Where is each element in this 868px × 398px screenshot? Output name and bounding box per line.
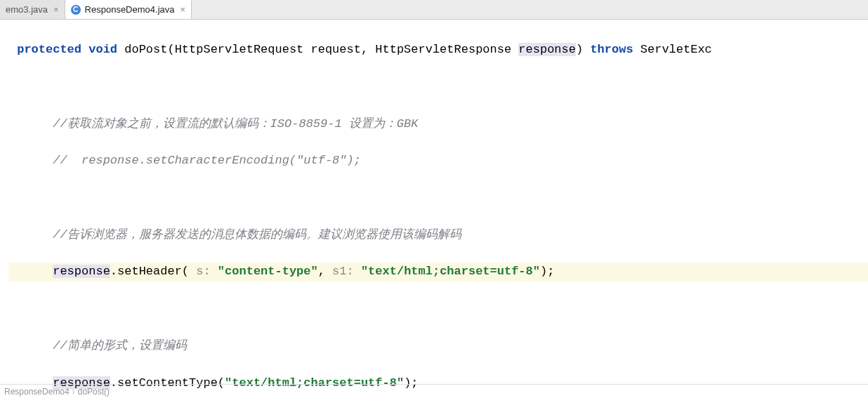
tab-label: ResponseDemo4.java [85,4,175,15]
editor-tab-emo3[interactable]: emo3.java × [0,0,65,19]
code-line: // response.setCharacterEncoding("utf-8"… [8,152,868,170]
breadcrumb-item[interactable]: ResponseDemo4 [4,387,70,397]
code-line [8,300,868,318]
code-line: //简单的形式，设置编码 [8,337,868,355]
code-editor[interactable]: protected void doPost(HttpServletRequest… [0,20,868,398]
tab-label: emo3.java [6,4,48,15]
close-icon[interactable]: × [53,4,59,15]
code-line: protected void doPost(HttpServletRequest… [8,41,868,59]
breadcrumb-item[interactable]: doPost() [78,387,110,397]
code-line: //告诉浏览器，服务器发送的消息体数据的编码。建议浏览器使用该编码解码 [8,226,868,244]
breadcrumb: ResponseDemo4 › doPost() [0,384,868,398]
class-icon: C [71,5,81,15]
tab-bar: emo3.java × C ResponseDemo4.java × [0,0,868,20]
code-line: //获取流对象之前，设置流的默认编码：ISO-8859-1 设置为：GBK [8,115,868,133]
close-icon[interactable]: × [180,4,185,15]
code-line: response.setHeader( s: "content-type", s… [8,263,868,281]
chevron-right-icon: › [72,387,75,397]
editor-tab-responsedemo4[interactable]: C ResponseDemo4.java × [65,0,192,19]
code-line [8,78,868,96]
code-line [8,189,868,207]
